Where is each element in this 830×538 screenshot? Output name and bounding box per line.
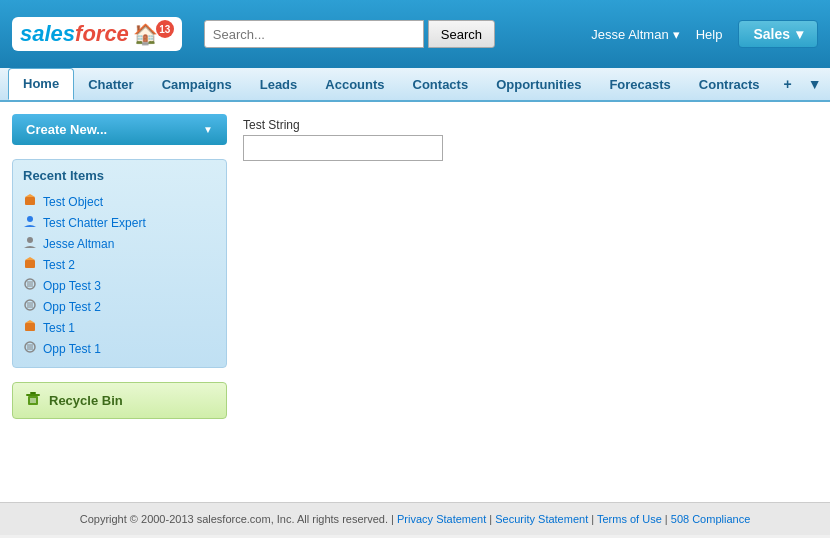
logo-text: salesforce: [20, 21, 129, 47]
recent-item-opp-test1[interactable]: Opp Test 1: [23, 338, 216, 359]
svg-rect-0: [25, 197, 35, 205]
user-area: Jesse Altman ▾ Help Sales ▾: [591, 20, 818, 48]
cube-icon: [23, 193, 37, 210]
svg-rect-22: [30, 392, 36, 394]
svg-marker-5: [25, 257, 35, 260]
svg-rect-21: [26, 394, 40, 396]
recent-items-title: Recent Items: [23, 168, 216, 183]
svg-point-3: [27, 237, 33, 243]
cube2-icon: [23, 256, 37, 273]
recycle-bin-icon: [25, 391, 41, 410]
user-dropdown-icon: ▾: [673, 27, 680, 42]
nav-tab-forecasts[interactable]: Forecasts: [595, 70, 684, 99]
nav-tab-leads[interactable]: Leads: [246, 70, 312, 99]
svg-rect-4: [25, 260, 35, 268]
circle2-icon: [23, 298, 37, 315]
logo-box: salesforce 🏠 13: [12, 17, 182, 51]
search-button[interactable]: Search: [428, 20, 495, 48]
search-area: Search: [204, 20, 495, 48]
recent-item-test-object[interactable]: Test Object: [23, 191, 216, 212]
logo-house-icon: 🏠: [133, 22, 158, 46]
recent-items-box: Recent Items Test Object Test Chatter Ex…: [12, 159, 227, 368]
compliance-link[interactable]: 508 Compliance: [671, 513, 751, 525]
nav: Home Chatter Campaigns Leads Accounts Co…: [0, 68, 830, 102]
nav-more: + ▼: [777, 72, 827, 96]
form-group-test-string: Test String: [243, 118, 814, 161]
svg-marker-15: [25, 320, 35, 323]
person-blue-icon: [23, 214, 37, 231]
search-input[interactable]: [204, 20, 424, 48]
app-switcher-button[interactable]: Sales ▾: [738, 20, 818, 48]
nav-tab-campaigns[interactable]: Campaigns: [148, 70, 246, 99]
copyright-text: Copyright © 2000-2013 salesforce.com, In…: [80, 513, 394, 525]
recent-item-test1[interactable]: Test 1: [23, 317, 216, 338]
sidebar: Create New... ▼ Recent Items Test Object…: [12, 114, 227, 490]
logo-area: salesforce 🏠 13: [12, 17, 182, 51]
privacy-link[interactable]: Privacy Statement: [397, 513, 486, 525]
recent-item-opp-test2[interactable]: Opp Test 2: [23, 296, 216, 317]
footer: Copyright © 2000-2013 salesforce.com, In…: [0, 502, 830, 535]
svg-point-2: [27, 216, 33, 222]
svg-marker-1: [25, 194, 35, 197]
recent-item-test-chatter-expert[interactable]: Test Chatter Expert: [23, 212, 216, 233]
nav-more-tabs-button[interactable]: ▼: [802, 72, 828, 96]
circle3-icon: [23, 277, 37, 294]
terms-link[interactable]: Terms of Use: [597, 513, 662, 525]
nav-tab-contacts[interactable]: Contacts: [399, 70, 483, 99]
security-link[interactable]: Security Statement: [495, 513, 588, 525]
create-new-button[interactable]: Create New... ▼: [12, 114, 227, 145]
recycle-bin-button[interactable]: Recycle Bin: [12, 382, 227, 419]
cube1-icon: [23, 319, 37, 336]
svg-rect-14: [25, 323, 35, 331]
user-name-link[interactable]: Jesse Altman ▾: [591, 27, 679, 42]
nav-tab-home[interactable]: Home: [8, 68, 74, 100]
content: Create New... ▼ Recent Items Test Object…: [0, 102, 830, 502]
circle1-icon: [23, 340, 37, 357]
header: salesforce 🏠 13 Search Jesse Altman ▾ He…: [0, 0, 830, 68]
nav-tab-opportunities[interactable]: Opportunities: [482, 70, 595, 99]
recent-item-test2[interactable]: Test 2: [23, 254, 216, 275]
nav-tab-contracts[interactable]: Contracts: [685, 70, 774, 99]
recent-item-opp-test3[interactable]: Opp Test 3: [23, 275, 216, 296]
nav-tab-accounts[interactable]: Accounts: [311, 70, 398, 99]
main-content: Test String: [239, 114, 818, 490]
test-string-input[interactable]: [243, 135, 443, 161]
help-link[interactable]: Help: [696, 27, 723, 42]
create-new-arrow-icon: ▼: [203, 124, 213, 135]
nav-tab-chatter[interactable]: Chatter: [74, 70, 148, 99]
form-label-test-string: Test String: [243, 118, 814, 132]
recent-item-jesse-altman[interactable]: Jesse Altman: [23, 233, 216, 254]
app-switcher-arrow-icon: ▾: [796, 26, 803, 42]
nav-add-tab-button[interactable]: +: [777, 72, 797, 96]
notification-badge: 13: [156, 20, 174, 38]
person-gray-icon: [23, 235, 37, 252]
